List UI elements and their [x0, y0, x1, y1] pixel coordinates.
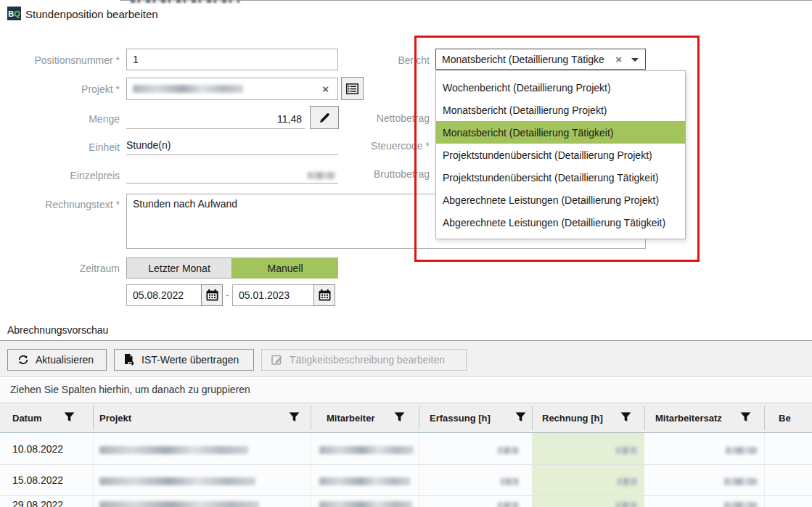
column-divider: [764, 406, 765, 430]
column-header-erfassung[interactable]: Erfassung [h]: [430, 413, 491, 424]
table-row-1-rechnung-redacted: [616, 447, 637, 454]
projekt-label: Projekt *: [0, 83, 120, 95]
rechnungstext-label: Rechnungstext *: [0, 199, 120, 210]
aktualisieren-label: Aktualisieren: [36, 354, 94, 366]
logo-letter-b: B: [8, 9, 14, 18]
steuercode-label: Steuercode *: [319, 140, 430, 152]
group-by-hint: Ziehen Sie Spalten hierhin, um danach zu…: [10, 384, 250, 395]
menge-label: Menge: [0, 113, 120, 125]
positionsnummer-label: Positionsnummer *: [0, 54, 120, 66]
date-to-input[interactable]: 05.01.2023: [232, 284, 314, 306]
filter-icon-mitarbeiter[interactable]: [394, 412, 405, 422]
background-window-remnant: [131, 0, 239, 3]
einzelpreis-field[interactable]: [126, 162, 338, 184]
positionsnummer-input[interactable]: 1: [126, 49, 338, 70]
date-from-calendar-button[interactable]: [201, 284, 223, 306]
column-divider: [311, 406, 311, 430]
taetigkeitsbeschreibung-label: Tätigkeitsbeschreibung bearbeiten: [290, 354, 445, 366]
bericht-selected-value: Monatsbericht (Detaillierung Tätigke: [442, 54, 609, 65]
column-divider: [532, 406, 533, 430]
date-from-input[interactable]: 05.08.2022: [126, 284, 202, 306]
dialog-stundenposition: BQ Stundenposition bearbeiten Positionsn…: [0, 0, 812, 507]
dropdown-option[interactable]: Monatsbericht (Detaillierung Projekt): [436, 99, 685, 121]
aktualisieren-button[interactable]: Aktualisieren: [7, 349, 107, 371]
letzter-monat-label: Letzter Monat: [148, 263, 210, 274]
ist-werte-uebertragen-button[interactable]: IST-Werte übertragen: [114, 349, 254, 371]
zeitraum-letzter-monat-button[interactable]: Letzter Monat: [126, 257, 232, 279]
row-divider: [0, 495, 812, 496]
table-row-1-mitarbeiter-redacted: [319, 446, 414, 454]
table-row-1-projekt-redacted: [99, 446, 248, 454]
filter-icon-mitarbeitersatz[interactable]: [740, 412, 751, 422]
column-header-rechnung[interactable]: Rechnung [h]: [542, 413, 603, 424]
table-row-3-erfassung-redacted: [498, 502, 519, 507]
chevron-down-icon[interactable]: [631, 58, 639, 62]
table-row-1-datum[interactable]: 10.08.2022: [12, 443, 63, 455]
dropdown-option[interactable]: Projektstundenübersicht (Detaillierung T…: [436, 166, 685, 189]
date-to-calendar-button[interactable]: [313, 284, 335, 306]
column-header-mitarbeitersatz[interactable]: Mitarbeitersatz: [655, 413, 722, 424]
edit-icon: [271, 354, 283, 366]
column-header-projekt[interactable]: Projekt: [99, 413, 131, 424]
date-range-separator: -: [226, 289, 229, 301]
column-divider: [419, 406, 419, 430]
table-row-3-rechnung-redacted: [616, 502, 637, 507]
table-row-3-datum[interactable]: 29.08.2022: [12, 499, 63, 507]
date-to-value: 05.01.2023: [239, 289, 290, 301]
column-divider: [93, 406, 94, 430]
preview-section-title: Abrechnungsvorschau: [7, 324, 108, 336]
table-row-2-mitarbeitersatz-redacted: [724, 478, 758, 485]
bruttobetrag-label: Bruttobetrag: [319, 168, 430, 180]
filter-icon-datum[interactable]: [64, 412, 75, 422]
einzelpreis-label: Einzelpreis: [0, 170, 120, 181]
row-divider: [0, 464, 812, 465]
filter-icon-projekt[interactable]: [289, 412, 300, 422]
column-header-datum[interactable]: Datum: [12, 413, 41, 424]
dropdown-option-selected[interactable]: Monatsbericht (Detaillierung Tätigkeit): [436, 121, 685, 144]
column-header-be[interactable]: Be: [779, 413, 791, 424]
group-by-bar[interactable]: Ziehen Sie Spalten hierhin, um danach zu…: [0, 378, 812, 403]
filter-icon-erfassung[interactable]: [515, 412, 526, 422]
einheit-label: Einheit: [0, 141, 120, 153]
projekt-clear-icon[interactable]: ×: [322, 83, 329, 94]
filter-icon-rechnung[interactable]: [620, 412, 631, 422]
projekt-input[interactable]: ×: [126, 78, 338, 100]
zeitraum-label: Zeitraum: [0, 263, 120, 274]
menge-value: 11,48: [277, 113, 302, 125]
column-header-mitarbeiter[interactable]: Mitarbeiter: [327, 413, 374, 424]
bericht-dropdown-list: Wochenbericht (Detaillierung Projekt) Mo…: [435, 70, 686, 239]
dropdown-option[interactable]: Abgerechnete Leistungen (Detaillierung P…: [436, 189, 685, 211]
taetigkeitsbeschreibung-button[interactable]: Tätigkeitsbeschreibung bearbeiten: [261, 349, 467, 371]
refresh-icon: [17, 354, 29, 366]
positionsnummer-value: 1: [133, 54, 139, 65]
bericht-label: Bericht: [319, 54, 430, 66]
table-row-3-projekt-redacted: [99, 501, 259, 507]
app-logo: BQ: [7, 7, 21, 20]
table-row-2-datum[interactable]: 15.08.2022: [12, 474, 63, 486]
table-row-2-projekt-redacted: [99, 477, 255, 485]
dialog-title: Stundenposition bearbeiten: [25, 8, 158, 20]
bericht-combobox[interactable]: Monatsbericht (Detaillierung Tätigke ×: [435, 49, 646, 70]
einheit-field[interactable]: Stunde(n): [126, 134, 338, 155]
dropdown-option[interactable]: Projektstundenübersicht (Detaillierung P…: [436, 144, 685, 166]
table-row-3-mitarbeitersatz-redacted: [724, 502, 758, 507]
table-row-2-rechnung-redacted: [618, 478, 637, 485]
table-row-3-mitarbeiter-redacted: [319, 501, 412, 507]
table-row-1-erfassung-redacted: [498, 447, 519, 454]
column-divider: [644, 406, 645, 430]
rechnungstext-value: Stunden nach Aufwand: [133, 198, 237, 210]
ist-werte-label: IST-Werte übertragen: [142, 354, 239, 366]
bericht-clear-icon[interactable]: ×: [615, 54, 622, 65]
zeitraum-manuell-button[interactable]: Manuell: [232, 257, 338, 279]
table-row-1-mitarbeitersatz-redacted: [726, 447, 758, 454]
projekt-picker-button[interactable]: [341, 77, 364, 100]
table-row-2-mitarbeiter-redacted: [319, 477, 410, 485]
menge-field[interactable]: 11,48: [126, 107, 305, 129]
nettobetrag-label: Nettobetrag: [319, 112, 430, 124]
dropdown-option[interactable]: Wochenbericht (Detaillierung Projekt): [436, 76, 685, 99]
transfer-document-icon: [124, 354, 135, 366]
table-row-2-erfassung-redacted: [501, 478, 519, 485]
logo-letter-q: Q: [14, 9, 20, 18]
dropdown-option[interactable]: Abgerechnete Leistungen (Detaillierung T…: [436, 211, 685, 234]
date-from-value: 05.08.2022: [133, 289, 184, 301]
